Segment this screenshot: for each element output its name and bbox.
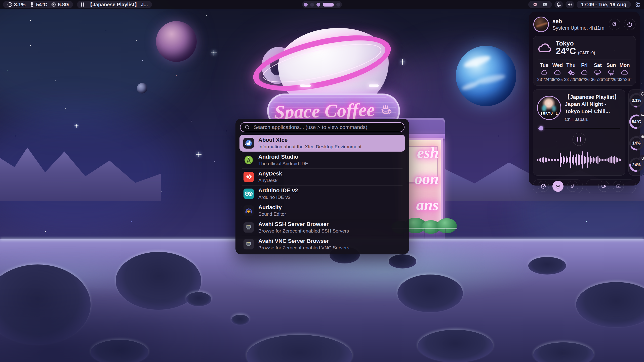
seek-bar[interactable] bbox=[538, 128, 620, 129]
moon-surface bbox=[0, 239, 644, 362]
workspace-dot[interactable] bbox=[310, 3, 314, 7]
app-row-about-xfce[interactable]: About Xfce Information about the Xfce De… bbox=[239, 135, 405, 152]
app-desc: Information about the Xfce Desktop Envir… bbox=[258, 144, 361, 150]
performance-mode-button[interactable] bbox=[538, 181, 549, 192]
audacity-icon bbox=[243, 205, 254, 216]
audio-waveform bbox=[537, 148, 621, 171]
forecast-day: Wed 35°/25° bbox=[551, 62, 564, 82]
thermometer-icon bbox=[29, 2, 35, 7]
workspace-dot[interactable] bbox=[304, 3, 308, 7]
track-title: 【Japanese Playlist】 Japan All Night - To… bbox=[565, 94, 621, 115]
album-art: TOKYO L bbox=[537, 96, 561, 120]
workspace-indicator[interactable] bbox=[302, 1, 342, 8]
settings-button[interactable] bbox=[609, 19, 620, 30]
chip-icon bbox=[639, 133, 644, 140]
cloud-icon bbox=[540, 70, 548, 76]
cpu-gauge: 3.1% bbox=[629, 93, 644, 108]
power-icon bbox=[627, 21, 633, 27]
network-port-icon bbox=[243, 239, 254, 250]
top-bar: 3.1% 54°C 6.8G 【Japanese Playlist】 J... bbox=[0, 0, 644, 9]
workspace-dot[interactable] bbox=[316, 3, 320, 7]
coffee-cup-icon bbox=[379, 104, 393, 118]
memory-stat: 6.8G bbox=[51, 2, 69, 8]
system-uptime: System Uptime: 4h11m bbox=[552, 25, 605, 31]
clock[interactable]: 17:09 - Tue, 19 Aug bbox=[577, 1, 631, 8]
app-name: Avahi VNC Server Browser bbox=[258, 238, 349, 244]
memory-gauge: 14% bbox=[629, 135, 644, 151]
media-player-card: TOKYO L 【Japanese Playlist】 Japan All Ni… bbox=[533, 89, 625, 176]
grid-icon bbox=[635, 2, 640, 7]
app-name: Arduino IDE v2 bbox=[258, 187, 298, 194]
album-art-text: TOKYO L bbox=[538, 111, 560, 116]
weather-temp: 24°C bbox=[556, 47, 576, 56]
now-playing-label: 【Japanese Playlist】 J... bbox=[88, 1, 148, 8]
power-button[interactable] bbox=[624, 19, 635, 30]
volume-button[interactable] bbox=[566, 1, 574, 8]
track-subtitle: Chill Japan. bbox=[565, 117, 621, 122]
avatar[interactable] bbox=[533, 17, 549, 32]
app-name: AnyDesk bbox=[258, 170, 282, 177]
capture-group bbox=[586, 179, 636, 193]
system-stats: 3.1% 54°C 6.8G bbox=[3, 1, 73, 8]
app-desc: Browse for Zeroconf-enabled SSH Servers bbox=[258, 228, 349, 234]
app-grid-button[interactable] bbox=[633, 1, 642, 8]
forecast-day: Mon 33°/26° bbox=[618, 62, 631, 82]
forecast-day: Tue 33°/24° bbox=[538, 62, 551, 82]
anydesk-icon bbox=[243, 171, 254, 183]
forecast-day: Sun 33°/26° bbox=[605, 62, 618, 82]
notifications-button[interactable] bbox=[554, 1, 563, 8]
app-row-android-studio[interactable]: Android Studio The official Android IDE bbox=[239, 152, 405, 168]
app-desc: Browse for Zeroconf-enabled VNC Servers bbox=[258, 245, 349, 251]
window-neon-text: esh bbox=[417, 144, 439, 162]
cat-icon[interactable] bbox=[532, 2, 538, 7]
app-launcher: About Xfce Information about the Xfce De… bbox=[235, 119, 409, 254]
workspace-dot[interactable] bbox=[323, 3, 334, 7]
app-name: Audacity bbox=[258, 204, 286, 211]
app-list: About Xfce Information about the Xfce De… bbox=[238, 135, 406, 253]
pause-icon bbox=[577, 137, 578, 142]
gear-icon bbox=[612, 21, 618, 27]
user-name: seb bbox=[552, 18, 605, 25]
bell-icon bbox=[556, 2, 561, 7]
bright-star bbox=[402, 61, 403, 62]
arduino-icon bbox=[243, 188, 254, 199]
app-row-avahi-ssh[interactable]: Avahi SSH Server Browser Browse for Zero… bbox=[239, 219, 405, 236]
speaker-icon bbox=[567, 2, 573, 7]
cloud-icon bbox=[554, 70, 561, 76]
app-row-arduino[interactable]: Arduino IDE v2 Arduino IDE v2 bbox=[239, 185, 405, 202]
now-playing-pill[interactable]: 【Japanese Playlist】 J... bbox=[77, 1, 152, 8]
weather-city: Tokyo bbox=[556, 40, 595, 47]
workspace-dot[interactable] bbox=[336, 3, 340, 7]
storm-icon bbox=[608, 70, 615, 76]
app-name: Avahi SSH Server Browser bbox=[258, 221, 349, 228]
speedometer-icon bbox=[541, 184, 546, 189]
play-pause-button[interactable] bbox=[573, 133, 586, 146]
app-row-avahi-vnc[interactable]: Avahi VNC Server Browser Browse for Zero… bbox=[239, 236, 405, 253]
screen-record-button[interactable] bbox=[598, 181, 609, 192]
speedometer-icon bbox=[7, 2, 13, 7]
app-name: About Xfce bbox=[258, 137, 361, 143]
window-neon-text: oon bbox=[415, 170, 439, 188]
xfce-mouse-icon bbox=[243, 138, 254, 149]
network-port-icon bbox=[243, 222, 254, 233]
app-row-audacity[interactable]: Audacity Sound Editor bbox=[239, 202, 405, 219]
bright-star bbox=[198, 154, 199, 155]
purple-planet bbox=[156, 21, 197, 62]
cpu-stat: 3.1% bbox=[7, 2, 26, 8]
temperature-gauge: 54°C bbox=[629, 114, 644, 129]
forecast-row: Tue 33°/24° Wed 35°/25° Thu 33°/26° Fri bbox=[538, 62, 631, 82]
app-desc: Sound Editor bbox=[258, 211, 286, 217]
wallpaper-icon[interactable] bbox=[542, 2, 548, 7]
cloud-icon bbox=[538, 42, 552, 54]
app-row-anydesk[interactable]: AnyDesk AnyDesk bbox=[239, 168, 405, 185]
screenshot-button[interactable] bbox=[613, 181, 624, 192]
balanced-mode-button[interactable] bbox=[552, 181, 564, 192]
search-input[interactable] bbox=[240, 122, 405, 132]
app-desc: AnyDesk bbox=[258, 178, 282, 183]
bright-star bbox=[213, 52, 214, 53]
video-camera-icon bbox=[601, 184, 607, 189]
window-neon-text: ans bbox=[416, 196, 439, 214]
laptop-icon bbox=[616, 184, 621, 189]
powersave-mode-button[interactable] bbox=[567, 181, 578, 192]
temp-stat: 54°C bbox=[29, 2, 48, 8]
